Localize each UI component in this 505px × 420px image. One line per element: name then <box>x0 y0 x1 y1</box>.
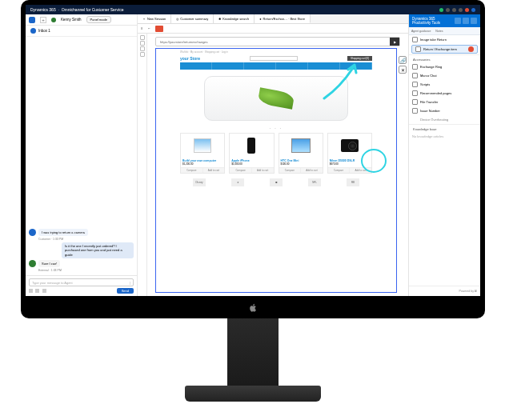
command-bar: ≡ ← <box>138 24 408 34</box>
apple-logo-icon <box>247 302 259 314</box>
navigate-button[interactable]: ▶ <box>390 38 399 46</box>
send-button[interactable]: Send <box>117 288 134 294</box>
message-item: Is it the one I recently just ordered? I… <box>29 242 134 258</box>
hamburger-icon[interactable]: ≡ <box>141 26 142 30</box>
avatar <box>29 229 36 236</box>
product-card[interactable]: Apple iPhone$1,000.00 CompareAdd to cart <box>229 133 274 174</box>
section-item[interactable]: Issue Number <box>409 106 480 115</box>
record-status-icon <box>155 26 163 32</box>
add-session-button[interactable]: + <box>40 17 46 23</box>
add-to-cart-button[interactable]: Add to cart <box>301 168 323 173</box>
monitor-stand-neck <box>227 318 279 389</box>
emoji-icon[interactable] <box>35 289 39 293</box>
home-session-icon[interactable] <box>29 17 35 23</box>
store-menubar[interactable] <box>180 62 372 70</box>
brand-logo[interactable]: Disney <box>193 178 206 186</box>
tab-browser-active[interactable]: ● Return/Exchan… · Best Store <box>255 14 311 23</box>
presence-icon <box>51 18 56 22</box>
inbox-row[interactable]: Inbox 1 <box>26 26 137 37</box>
compare-button[interactable]: Compare <box>230 168 252 173</box>
browser-side-tools: 🔗 ✕ <box>399 56 408 74</box>
add-to-cart-button[interactable]: Add to cart <box>252 168 274 173</box>
message-item: I was trying to return a camera <box>29 229 134 236</box>
dock-icon[interactable] <box>455 18 461 24</box>
subtab-guidance[interactable]: Agent guidance <box>411 30 431 33</box>
compare-button[interactable]: Compare <box>181 168 203 173</box>
add-to-cart-button[interactable]: Add to cart <box>203 168 225 173</box>
section-subitem[interactable]: Device Overheating <box>409 115 480 124</box>
tab-knowledge-search[interactable]: ✺ Knowledge search <box>214 14 255 23</box>
quick-reply-icon[interactable] <box>42 289 46 293</box>
hash-icon <box>412 108 418 114</box>
section-title: Accessories <box>409 54 480 62</box>
tool-row[interactable]: Image take Return <box>409 35 480 44</box>
section-item[interactable]: Recommended pages <box>409 89 480 98</box>
tab-new-session[interactable]: ＋ New Session <box>138 14 171 23</box>
message-meta: External · 1:33 PM <box>38 269 134 272</box>
session-tabs: + Kenny Smith Panel mode <box>26 14 137 26</box>
tab-customer-summary[interactable]: ◎ Customer summary <box>171 14 214 23</box>
brand-logo[interactable]: ★ <box>231 178 244 186</box>
customer-name: Kenny Smith <box>61 18 82 22</box>
browser-nav-rail <box>138 34 147 296</box>
monitor-stand-base <box>185 386 321 402</box>
compare-button[interactable]: Compare <box>279 168 302 173</box>
tool-row-active[interactable]: Return / Exchange item <box>411 45 478 54</box>
close-panel-icon[interactable] <box>471 18 477 24</box>
inbox-label: Inbox 1 <box>38 29 50 33</box>
panel-mode-toggle[interactable]: Panel mode <box>86 16 111 23</box>
composer: Type your message to Agent | Send <box>26 275 137 296</box>
section-item[interactable]: File Transfer <box>409 98 480 106</box>
message-input[interactable]: Type your message to Agent | <box>29 278 134 286</box>
section-item[interactable]: Marco Chat <box>409 71 480 80</box>
hero-banner <box>180 70 372 126</box>
delete-icon[interactable] <box>468 46 474 52</box>
address-bar[interactable]: https://yourstore/returnexchanges ▶ <box>155 37 400 46</box>
storefront: Wishlist · My account · Shopping cart · … <box>156 49 396 192</box>
cart-button[interactable]: Shopping cart (0) <box>347 56 372 61</box>
subtab-notes[interactable]: Notes <box>435 30 443 33</box>
monitor-icon <box>194 138 211 153</box>
rail-home-icon[interactable] <box>140 52 145 57</box>
store-logo[interactable]: your Store <box>180 56 200 61</box>
message-list: I was trying to return a camera Customer… <box>26 37 137 275</box>
message-item: Sure I can! <box>29 260 134 267</box>
phone-icon <box>247 138 255 154</box>
brand-logo[interactable]: RB <box>347 178 359 186</box>
return-icon <box>415 46 421 52</box>
section-item[interactable]: Exchange Ring <box>409 62 480 71</box>
brand-logo[interactable]: NFL <box>308 178 321 186</box>
add-to-cart-button[interactable]: Add to cart <box>350 168 371 173</box>
inbox-icon <box>30 28 36 34</box>
attach-icon[interactable] <box>29 289 33 293</box>
product-card[interactable]: Nikon D5500 DSLR$670.00 CompareAdd to ca… <box>327 133 372 174</box>
rail-refresh-icon[interactable] <box>140 46 145 51</box>
monitor-bezel: Dynamics 365 · Omnichannel for Customer … <box>21 0 485 318</box>
rail-back-icon[interactable] <box>140 35 145 40</box>
leaf-icon <box>258 87 295 109</box>
expand-icon[interactable] <box>463 18 469 24</box>
back-icon[interactable]: ← <box>147 26 150 30</box>
rail-forward-icon[interactable] <box>140 41 145 46</box>
app-name: Dynamics 365 <box>30 7 56 12</box>
hero-phone-image <box>204 76 348 121</box>
product-card[interactable]: Build your own computer$1,200.00 Compare… <box>180 133 225 174</box>
compare-button[interactable]: Compare <box>328 168 351 173</box>
productivity-pane: Dynamics 365 Productivity Tools Agent gu… <box>408 14 480 296</box>
link-tool-icon[interactable]: 🔗 <box>399 56 407 64</box>
brand-strip: Disney ★ ⬣ NFL RB <box>180 176 372 189</box>
gear-icon <box>412 73 418 78</box>
camera-icon <box>341 139 359 152</box>
section-item[interactable]: Scripts <box>409 80 480 89</box>
store-search-input[interactable] <box>250 56 298 61</box>
panel-subtabs: Agent guidance Notes <box>409 27 480 35</box>
product-card[interactable]: HTC One Mini$100.00 CompareAdd to cart <box>279 133 323 174</box>
app-tab-strip: ＋ New Session ◎ Customer summary ✺ Knowl… <box>138 14 408 24</box>
hero-pager[interactable]: • • • <box>180 126 372 130</box>
brand-logo[interactable]: ⬣ <box>270 178 283 186</box>
window-titlebar: Dynamics 365 · Omnichannel for Customer … <box>26 5 480 14</box>
product-grid: Build your own computer$1,200.00 Compare… <box>180 133 372 174</box>
composer-toolbar <box>29 289 48 294</box>
screen: Dynamics 365 · Omnichannel for Customer … <box>26 5 480 296</box>
close-tool-icon[interactable]: ✕ <box>399 66 407 74</box>
